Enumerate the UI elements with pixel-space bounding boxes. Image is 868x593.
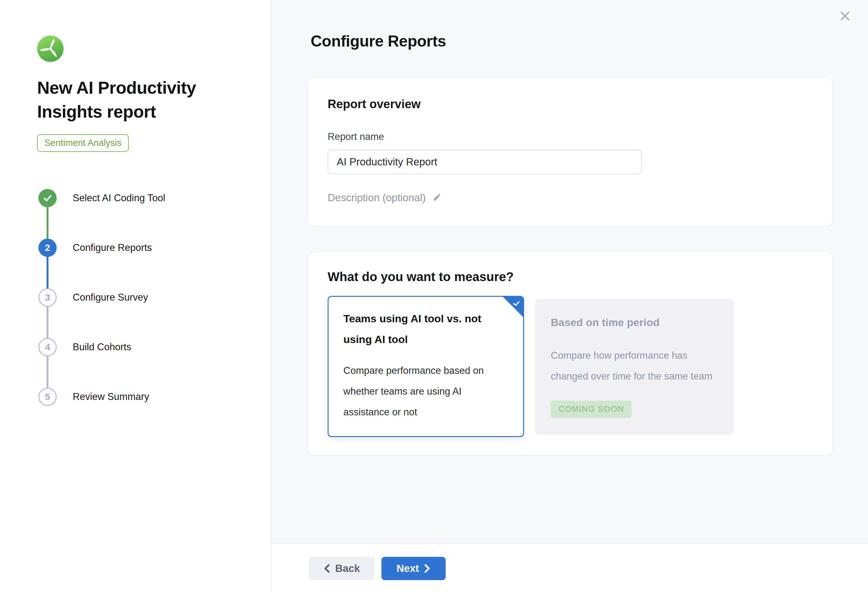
step-label: Build Cohorts [73,341,131,353]
sentiment-analysis-badge: Sentiment Analysis [37,134,129,152]
option-description: Compare performance based on whether tea… [343,361,509,422]
configure-reports-wizard: New AI Productivity Insights report Sent… [0,0,868,593]
option-teams-vs-no-ai[interactable]: Teams using AI tool vs. not using AI too… [328,296,524,437]
stepper-connector [47,257,49,288]
step-circle-upcoming: 4 [38,338,57,356]
stepper-step-build-cohorts[interactable]: 4 Build Cohorts [38,338,131,356]
wizard-sidebar: New AI Productivity Insights report Sent… [0,0,271,593]
option-description: Compare how performance has changed over… [551,345,720,387]
step-label: Configure Reports [73,242,152,253]
wizard-footer: Back Next [271,543,868,593]
check-icon [42,193,53,203]
check-icon [512,299,521,308]
wizard-title: New AI Productivity Insights report [37,76,226,124]
option-based-on-time-period: Based on time period Compare how perform… [535,299,734,435]
configure-reports-panel: Configure Reports Report overview Report… [271,0,868,593]
step-number: 4 [45,342,50,352]
chevron-left-icon [323,564,331,573]
report-name-input[interactable] [328,150,642,174]
option-title: Based on time period [551,312,720,333]
chevron-right-icon [424,564,431,573]
report-name-label: Report name [328,131,813,143]
step-label: Select AI Coding Tool [73,193,165,204]
measure-options: Teams using AI tool vs. not using AI too… [328,296,813,437]
description-label: Description (optional) [328,192,426,204]
step-label: Review Summary [73,391,149,402]
step-label: Configure Survey [73,292,148,303]
stepper-connector [47,207,49,238]
description-edit-row[interactable]: Description (optional) [328,192,813,204]
step-circle-upcoming: 5 [38,388,57,406]
step-circle-done [38,189,57,207]
next-button[interactable]: Next [381,557,446,580]
report-overview-card: Report overview Report name Description … [309,78,832,226]
stepper-step-select-ai-coding-tool[interactable]: Select AI Coding Tool [38,189,165,207]
coming-soon-badge: COMING SOON [551,400,632,418]
propeller-logo-icon [37,35,63,62]
step-circle-upcoming: 3 [38,288,57,306]
measure-card: What do you want to measure? Teams using… [309,252,832,455]
stepper-connector [47,356,49,388]
wizard-stepper: Select AI Coding Tool 2 Configure Report… [38,189,258,409]
pencil-icon [431,193,441,203]
step-number: 5 [45,391,50,402]
back-button[interactable]: Back [309,557,375,580]
stepper-step-configure-reports[interactable]: 2 Configure Reports [38,238,152,257]
next-button-label: Next [397,562,419,574]
stepper-step-review-summary[interactable]: 5 Review Summary [38,388,149,406]
page-title: Configure Reports [311,32,446,50]
step-number: 3 [45,292,50,303]
back-button-label: Back [335,562,360,574]
option-title: Teams using AI tool vs. not using AI too… [343,308,509,350]
report-overview-heading: Report overview [328,97,813,111]
measure-heading: What do you want to measure? [328,270,813,284]
stepper-step-configure-survey[interactable]: 3 Configure Survey [38,288,148,306]
stepper-connector [47,306,49,338]
step-circle-active: 2 [38,238,57,257]
step-number: 2 [45,243,50,253]
close-icon[interactable] [837,8,853,24]
